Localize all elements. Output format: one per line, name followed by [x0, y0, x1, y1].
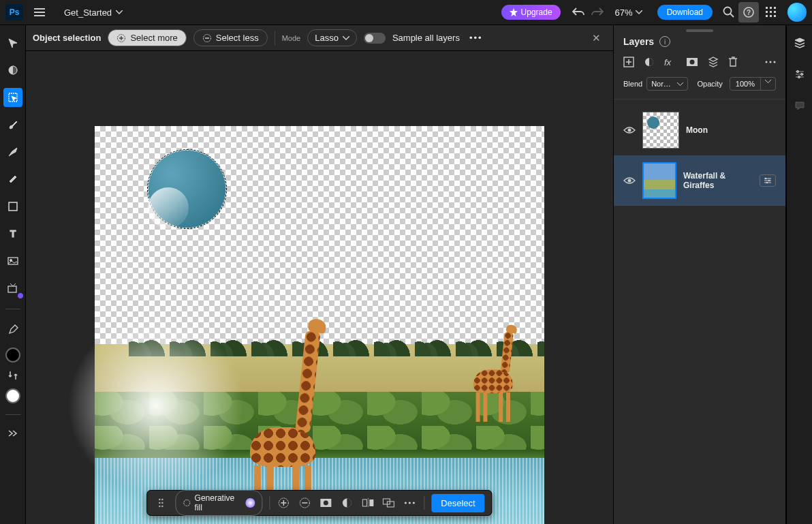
paint-tool[interactable] — [3, 170, 22, 189]
svg-rect-17 — [8, 258, 18, 264]
svg-point-0 — [724, 7, 732, 15]
svg-rect-10 — [766, 15, 768, 17]
svg-rect-5 — [770, 7, 772, 9]
svg-point-47 — [413, 502, 415, 504]
adjustment-icon[interactable] — [340, 495, 354, 510]
place-image-tool[interactable] — [3, 251, 22, 271]
redo-button[interactable] — [588, 3, 607, 22]
svg-rect-7 — [766, 11, 768, 13]
svg-rect-19 — [8, 286, 16, 292]
deselect-button[interactable]: Deselect — [431, 494, 485, 512]
layer-name: Waterfall & Giraffes — [683, 171, 753, 190]
opacity-dropdown-toggle[interactable] — [761, 77, 776, 91]
mask-icon[interactable] — [319, 495, 333, 510]
layer-filters-icon[interactable] — [760, 174, 776, 187]
chevron-down-icon — [343, 36, 349, 40]
info-icon[interactable]: i — [659, 36, 670, 47]
move-tool[interactable] — [3, 33, 22, 52]
star-icon — [510, 8, 518, 16]
svg-rect-12 — [774, 15, 776, 17]
layer-row-waterfall[interactable]: Waterfall & Giraffes — [614, 155, 785, 206]
zoom-dropdown[interactable]: 67% — [611, 5, 646, 20]
svg-point-55 — [766, 61, 768, 63]
svg-point-28 — [161, 502, 163, 504]
left-toolbar: T — [0, 25, 26, 524]
download-button[interactable]: Download — [657, 5, 713, 20]
blend-mode-dropdown[interactable]: Nor… — [646, 77, 687, 91]
layer-row-moon[interactable]: Moon — [614, 105, 785, 155]
svg-point-63 — [765, 178, 767, 180]
svg-point-65 — [766, 182, 768, 184]
text-tool[interactable]: T — [3, 224, 22, 243]
svg-point-69 — [796, 70, 798, 72]
move-handle-icon[interactable] — [154, 495, 168, 510]
layer-fx-icon[interactable]: fx — [664, 57, 676, 67]
more-actions-icon[interactable] — [403, 495, 417, 510]
expand-tools-icon[interactable] — [4, 426, 22, 441]
sample-all-label: Sample all layers — [392, 33, 460, 43]
more-options-icon[interactable]: ••• — [467, 30, 486, 46]
giraffe-foreground — [250, 249, 339, 467]
transform-icon[interactable] — [381, 495, 396, 510]
document-name: Get_Started — [64, 7, 112, 18]
svg-point-70 — [800, 73, 802, 75]
visibility-toggle[interactable] — [623, 126, 636, 134]
visibility-toggle[interactable] — [623, 176, 636, 185]
svg-rect-40 — [362, 499, 366, 506]
brush-tool[interactable] — [3, 115, 22, 134]
mode-dropdown[interactable]: Lasso — [307, 29, 357, 46]
layer-thumbnail[interactable] — [642, 112, 679, 149]
svg-point-58 — [628, 129, 631, 132]
upgrade-button[interactable]: Upgrade — [501, 5, 561, 20]
svg-point-64 — [768, 180, 770, 182]
svg-text:T: T — [10, 228, 16, 239]
expand-selection-icon[interactable] — [277, 495, 291, 510]
shape-tool[interactable] — [3, 197, 22, 216]
object-select-tool[interactable] — [3, 88, 22, 107]
layer-mask-icon[interactable] — [686, 57, 698, 67]
background-color[interactable] — [5, 388, 20, 403]
flip-icon[interactable] — [361, 495, 375, 510]
svg-text:fx: fx — [664, 57, 672, 67]
svg-point-31 — [184, 500, 190, 506]
menu-icon[interactable] — [30, 4, 49, 20]
foreground-color[interactable] — [5, 348, 20, 363]
panel-drag-handle[interactable] — [686, 29, 713, 32]
generative-fill-button[interactable]: Generative fill — [175, 490, 262, 516]
svg-rect-11 — [770, 15, 772, 17]
app-logo[interactable]: Ps — [5, 4, 23, 20]
properties-panel-toggle[interactable] — [790, 65, 809, 84]
chevron-down-icon — [116, 10, 123, 14]
canvas[interactable] — [95, 126, 544, 524]
user-avatar[interactable] — [787, 3, 807, 22]
adjust-tool[interactable] — [3, 61, 22, 80]
svg-point-25 — [159, 499, 161, 501]
opacity-input[interactable]: 100% — [730, 77, 761, 91]
close-options-icon[interactable]: ✕ — [587, 29, 606, 47]
layer-more-icon[interactable] — [765, 61, 776, 63]
add-layer-icon[interactable] — [623, 57, 634, 67]
comments-panel-toggle[interactable] — [790, 96, 809, 115]
swap-colors-icon[interactable] — [8, 371, 18, 380]
help-icon[interactable]: ? — [738, 2, 759, 22]
spot-heal-tool[interactable] — [3, 142, 22, 161]
delete-layer-icon[interactable] — [728, 57, 738, 67]
contract-selection-icon[interactable] — [298, 495, 312, 510]
adjustment-layer-icon[interactable] — [644, 57, 655, 67]
document-name-dropdown[interactable]: Get_Started — [59, 5, 128, 20]
ai-tool[interactable] — [3, 279, 22, 298]
layers-panel-toggle[interactable] — [790, 33, 809, 52]
sample-all-layers-toggle[interactable] — [364, 33, 386, 44]
eyedropper-tool[interactable] — [3, 320, 22, 339]
layer-thumbnail[interactable] — [642, 162, 676, 199]
moon-selection — [148, 150, 226, 228]
canvas-viewport[interactable]: Generative fill Deselect — [26, 51, 613, 524]
search-icon[interactable] — [719, 3, 738, 22]
artwork — [95, 126, 544, 524]
layers-panel: Layers i fx Blend Nor… Opacity 100% — [613, 25, 786, 524]
undo-button[interactable] — [569, 3, 588, 22]
layer-group-icon[interactable] — [708, 57, 719, 67]
select-less-button[interactable]: Select less — [193, 29, 268, 46]
apps-grid-icon[interactable] — [762, 3, 781, 22]
select-more-button[interactable]: Select more — [108, 29, 186, 46]
